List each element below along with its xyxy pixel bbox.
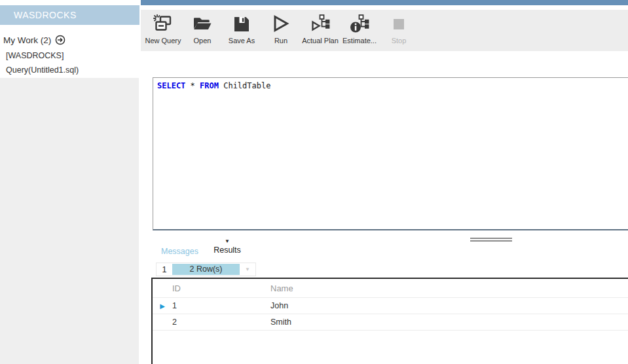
new-query-button[interactable]: New Query	[143, 14, 183, 45]
sql-editor[interactable]: SELECT * FROM ChildTable	[153, 77, 628, 230]
new-query-icon	[153, 14, 173, 34]
active-tab-marker-icon: ▼	[210, 239, 244, 244]
cell-name: John	[270, 301, 628, 310]
actual-plan-button[interactable]: Actual Plan	[301, 14, 340, 45]
column-header-id[interactable]: ID	[172, 283, 270, 293]
sidebar: WASDROCKS My Work (2) [WASDROCKS] Query(…	[0, 0, 141, 364]
result-set-index: 1	[157, 265, 172, 274]
table-row[interactable]: ▶ 1 John	[153, 298, 628, 314]
estimated-plan-icon	[350, 14, 369, 34]
sidebar-item-query[interactable]: Query(Untitled1.sql)	[6, 65, 79, 75]
current-row-marker-icon: ▶	[153, 302, 172, 310]
row-count-badge: 2 Row(s)	[172, 264, 240, 275]
tab-results[interactable]: ▼ Results	[210, 239, 244, 255]
results-grid: ID Name ▶ 1 John 2 Smith	[151, 278, 628, 364]
save-as-icon	[232, 14, 251, 34]
accent-strip	[141, 0, 628, 5]
tab-results-label: Results	[210, 246, 244, 255]
actual-plan-icon	[310, 14, 330, 34]
sql-keyword: SELECT	[157, 81, 185, 90]
sql-text: *	[185, 81, 200, 90]
button-label: New Query	[145, 37, 181, 45]
open-button[interactable]: Open	[183, 14, 222, 45]
sql-text: ChildTable	[219, 81, 270, 90]
dropdown-arrow-icon[interactable]: ▼	[240, 266, 255, 272]
stop-icon	[389, 14, 409, 34]
result-set-selector[interactable]: 1 2 Row(s) ▼	[156, 263, 256, 276]
estimated-plan-button[interactable]: Estimate...	[340, 14, 379, 45]
table-row[interactable]: 2 Smith	[153, 314, 628, 331]
my-work-label: My Work (2)	[3, 35, 51, 45]
button-label: Open	[194, 37, 212, 45]
button-label: Actual Plan	[302, 37, 339, 45]
splitter-grip[interactable]	[470, 238, 512, 242]
my-work-section[interactable]: My Work (2)	[3, 34, 65, 46]
run-button[interactable]: Run	[261, 14, 301, 45]
toolbar: New Query Open Save As	[141, 10, 628, 51]
main-area: New Query Open Save As	[141, 0, 628, 364]
cell-id: 2	[172, 318, 270, 327]
sql-statement: SELECT * FROM ChildTable	[157, 81, 625, 90]
open-folder-icon	[193, 14, 212, 34]
button-label: Run	[274, 37, 287, 45]
expand-arrow-icon[interactable]	[55, 35, 65, 45]
cell-id: 1	[172, 301, 270, 310]
stop-button[interactable]: Stop	[379, 14, 418, 45]
sidebar-background	[0, 78, 139, 364]
run-icon	[271, 14, 291, 34]
column-header-name[interactable]: Name	[270, 283, 628, 293]
grid-header-row: ID Name	[153, 279, 628, 298]
button-label: Stop	[392, 37, 407, 45]
button-label: Estimate...	[342, 37, 377, 45]
save-as-button[interactable]: Save As	[222, 14, 261, 45]
cell-name: Smith	[270, 318, 628, 327]
sql-keyword: FROM	[200, 81, 219, 90]
button-label: Save As	[229, 37, 255, 45]
sidebar-item-server[interactable]: [WASDROCKS]	[6, 51, 64, 60]
connection-title: WASDROCKS	[0, 5, 139, 25]
tab-messages[interactable]: Messages	[161, 247, 198, 256]
